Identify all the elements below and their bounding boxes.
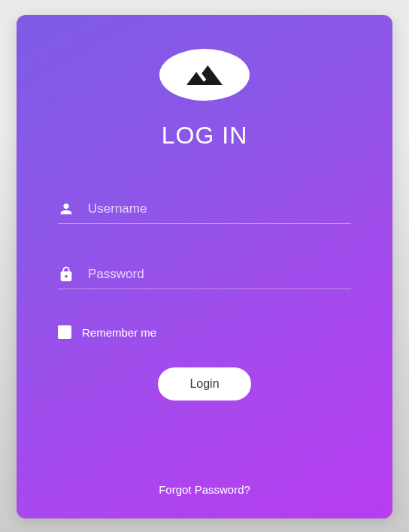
remember-label: Remember me [82, 326, 156, 339]
username-row [58, 195, 351, 224]
password-input[interactable] [88, 267, 351, 282]
logo-circle [159, 49, 250, 101]
login-button[interactable]: Login [158, 367, 250, 401]
remember-row: Remember me [58, 325, 351, 339]
password-row [58, 260, 351, 289]
mountain-icon [185, 56, 224, 95]
login-card: LOG IN Remember me Login Forgot Password… [17, 15, 392, 518]
username-input[interactable] [88, 201, 351, 216]
person-icon [58, 201, 74, 217]
page-title: LOG IN [162, 122, 247, 150]
lock-icon [58, 266, 74, 283]
remember-checkbox[interactable] [58, 325, 71, 339]
forgot-password-link[interactable]: Forgot Password? [159, 483, 250, 496]
